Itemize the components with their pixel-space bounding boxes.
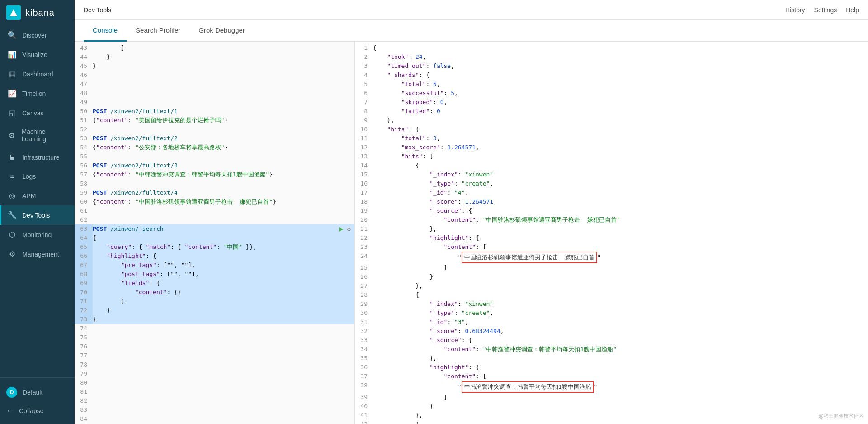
left-line-66: 66 "highlight": { <box>75 252 354 261</box>
left-line-65: 65 "query": { "match": { "content": "中国"… <box>75 243 354 252</box>
line-number: 61 <box>75 206 93 215</box>
line-number: 58 <box>75 179 93 188</box>
left-line-49: 49 <box>75 98 354 107</box>
result-line-6: 6 "successful": 5, <box>355 89 868 98</box>
result-line-content: "中韩渔警冲突调查：韩警平均每天扣1艘中国渔船" <box>373 381 868 393</box>
line-content: } <box>93 52 351 62</box>
result-line-19: 19 "_source": { <box>355 206 868 215</box>
highlight-result: 中国驻洛杉矶领事馆遭亚裔男子枪击 嫌犯已自首 <box>462 252 598 263</box>
line-content[interactable]: POST /xinwen2/fulltext/4 <box>93 188 351 197</box>
sidebar-item-timelion[interactable]: 📈Timelion <box>0 84 75 103</box>
left-line-77: 77 <box>75 351 354 360</box>
sidebar-item-management[interactable]: ⚙Management <box>0 244 75 264</box>
result-line-number: 10 <box>355 125 373 134</box>
visualize-icon: 📊 <box>8 50 17 59</box>
line-number: 81 <box>75 387 93 396</box>
result-line-number: 22 <box>355 233 373 243</box>
result-line-23: 23 "content": [ <box>355 243 868 252</box>
result-line-28: 28 { <box>355 291 868 300</box>
left-line-74: 74 <box>75 324 354 333</box>
svg-marker-0 <box>10 9 17 16</box>
settings-button[interactable]: Settings <box>814 6 837 14</box>
result-line-content: }, <box>373 224 868 233</box>
run-button[interactable]: ▶ <box>339 224 344 233</box>
line-content: "query": { "match": { "content": "中国" }}… <box>93 243 351 252</box>
left-line-60: 60{"content": "中国驻洛杉矶领事馆遭亚裔男子枪击 嫌犯已自首"} <box>75 197 354 206</box>
result-line-42: 42 { <box>355 420 868 424</box>
sidebar-item-dashboard[interactable]: ▦Dashboard <box>0 64 75 84</box>
result-line-number: 29 <box>355 300 373 309</box>
result-line-content: { <box>373 161 868 170</box>
help-button[interactable]: Help <box>846 6 859 14</box>
sidebar-label-monitoring: Monitoring <box>22 231 52 238</box>
result-line-11: 11 "total": 3, <box>355 134 868 143</box>
result-line-content: "timed_out": false, <box>373 62 868 71</box>
sidebar-item-infrastructure[interactable]: 🖥Infrastructure <box>0 148 75 167</box>
line-content: {"content": "美国留给伊拉克的是个烂摊子吗"} <box>93 116 351 125</box>
result-line-number: 19 <box>355 206 373 215</box>
line-content: "pre_tags": ["", ""], <box>93 261 351 270</box>
result-line-18: 18 "_score": 1.264571, <box>355 197 868 206</box>
result-line-content: }, <box>373 281 868 291</box>
collapse-item[interactable]: ← Collapse <box>0 402 75 419</box>
line-content[interactable]: POST /xinwen2/fulltext/3 <box>93 161 351 170</box>
left-line-44: 44 } <box>75 52 354 62</box>
line-number: 72 <box>75 306 93 315</box>
result-line-content: }, <box>373 116 868 125</box>
result-line-39: 39 ] <box>355 393 868 402</box>
left-line-45: 45} <box>75 62 354 71</box>
result-line-content: "_index": "xinwen", <box>373 170 868 179</box>
line-content: "post_tags": ["", ""], <box>93 270 351 279</box>
left-line-59: 59POST /xinwen2/fulltext/4 <box>75 188 354 197</box>
sidebar-item-visualize[interactable]: 📊Visualize <box>0 45 75 64</box>
line-number: 66 <box>75 252 93 261</box>
sidebar-item-canvas[interactable]: ◱Canvas <box>0 103 75 123</box>
line-content[interactable]: POST /xinwen2/fulltext/2 <box>93 134 351 143</box>
tab-grok-debugger[interactable]: Grok Debugger <box>189 20 254 42</box>
sidebar-item-monitoring[interactable]: ⬡Monitoring <box>0 225 75 244</box>
left-scroll[interactable]: 43 }44 }45}4647484950POST /xinwen2/fullt… <box>75 42 354 424</box>
highlight-result: 中韩渔警冲突调查：韩警平均每天扣1艘中国渔船 <box>462 381 594 393</box>
result-line-34: 34 "content": "中韩渔警冲突调查：韩警平均每天扣1艘中国渔船" <box>355 345 868 354</box>
result-line-content: }, <box>373 411 868 420</box>
result-line-content: "highlight": { <box>373 233 868 243</box>
line-content[interactable]: POST /xinwen/_search <box>93 224 339 233</box>
tabs-bar: ConsoleSearch ProfilerGrok Debugger <box>75 20 868 42</box>
left-line-78: 78 <box>75 360 354 369</box>
line-content[interactable]: POST /xinwen2/fulltext/1 <box>93 107 351 116</box>
result-line-8: 8 "failed": 0 <box>355 107 868 116</box>
result-line-40: 40 } <box>355 402 868 411</box>
line-number: 76 <box>75 342 93 351</box>
logo-text: kibana <box>25 8 55 18</box>
tab-search-profiler[interactable]: Search Profiler <box>127 20 189 42</box>
sidebar-item-ml[interactable]: ⚙Machine Learning <box>0 123 75 148</box>
history-button[interactable]: History <box>785 6 805 14</box>
result-line-20: 20 "content": "中国驻洛杉矶领事馆遭亚裔男子枪击 嫌犯已自首" <box>355 215 868 224</box>
left-line-81: 81 <box>75 387 354 396</box>
line-number: 54 <box>75 143 93 152</box>
query-settings-icon[interactable]: ⚙ <box>347 224 351 233</box>
line-number: 63 <box>75 224 93 233</box>
left-line-53: 53POST /xinwen2/fulltext/2 <box>75 134 354 143</box>
code-editor-left[interactable]: 43 }44 }45}4647484950POST /xinwen2/fullt… <box>75 42 354 424</box>
left-line-52: 52 <box>75 125 354 134</box>
result-line-27: 27 }, <box>355 281 868 291</box>
logo[interactable]: kibana <box>0 0 75 25</box>
left-line-61: 61 <box>75 206 354 215</box>
sidebar-label-visualize: Visualize <box>22 51 47 58</box>
result-editor: 1{2 "took": 24,3 "timed_out": false,4 "_… <box>355 42 868 424</box>
tab-console[interactable]: Console <box>84 20 127 42</box>
sidebar: kibana 🔍Discover📊Visualize▦Dashboard📈Tim… <box>0 0 75 424</box>
sidebar-item-apm[interactable]: ◎APM <box>0 186 75 205</box>
sidebar-label-dashboard: Dashboard <box>22 71 53 78</box>
sidebar-item-logs[interactable]: ≡Logs <box>0 167 75 186</box>
right-scroll[interactable]: 1{2 "took": 24,3 "timed_out": false,4 "_… <box>355 42 868 424</box>
sidebar-item-devtools[interactable]: 🔧Dev Tools <box>0 205 75 225</box>
result-line-33: 33 "_source": { <box>355 336 868 345</box>
default-space-item[interactable]: D Default <box>0 382 75 402</box>
result-line-number: 26 <box>355 272 373 281</box>
result-line-content: "_source": { <box>373 336 868 345</box>
left-line-58: 58 <box>75 179 354 188</box>
sidebar-item-discover[interactable]: 🔍Discover <box>0 25 75 45</box>
line-number: 55 <box>75 152 93 161</box>
